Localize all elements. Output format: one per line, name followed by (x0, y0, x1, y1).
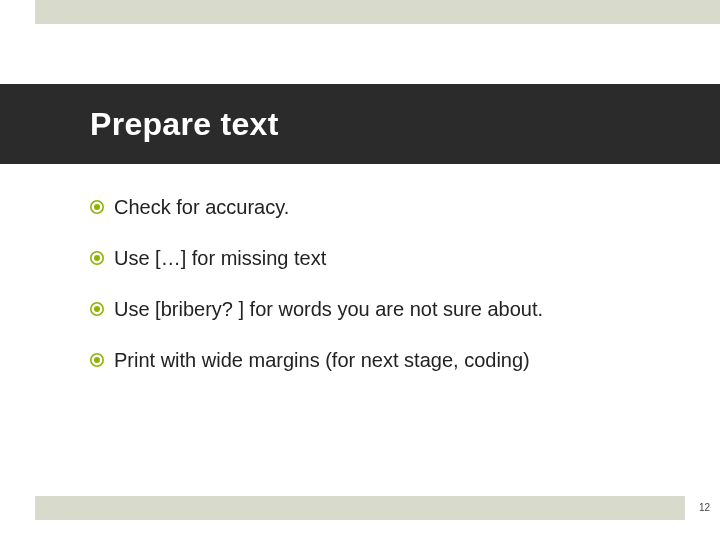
list-item: Use [bribery? ] for words you are not su… (90, 297, 650, 322)
list-item-text: Use […] for missing text (114, 246, 326, 271)
bullet-list: Check for accuracy. Use […] for missing … (90, 195, 650, 399)
list-item-text: Check for accuracy. (114, 195, 289, 220)
list-item-text: Print with wide margins (for next stage,… (114, 348, 530, 373)
bullet-icon (90, 302, 104, 316)
list-item: Check for accuracy. (90, 195, 650, 220)
list-item: Print with wide margins (for next stage,… (90, 348, 650, 373)
list-item-text: Use [bribery? ] for words you are not su… (114, 297, 543, 322)
bottom-decorative-strip (35, 496, 685, 520)
title-band: Prepare text (0, 84, 720, 164)
page-number: 12 (699, 496, 710, 520)
list-item: Use […] for missing text (90, 246, 650, 271)
svg-point-3 (94, 255, 100, 261)
svg-point-1 (94, 204, 100, 210)
bullet-icon (90, 251, 104, 265)
bullet-icon (90, 353, 104, 367)
slide: Prepare text Check for accuracy. Use […]… (0, 0, 720, 540)
slide-title: Prepare text (90, 106, 279, 143)
svg-point-7 (94, 357, 100, 363)
svg-point-5 (94, 306, 100, 312)
top-left-accent (35, 0, 75, 24)
bullet-icon (90, 200, 104, 214)
top-decorative-strip (35, 0, 720, 24)
